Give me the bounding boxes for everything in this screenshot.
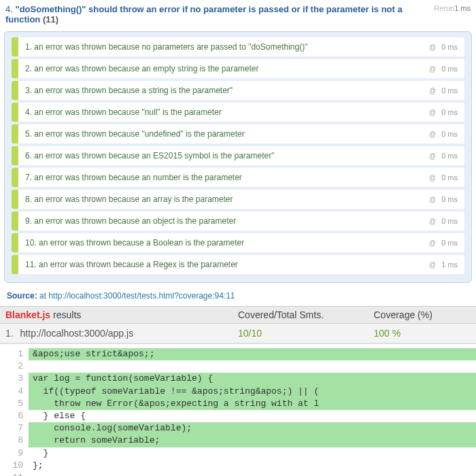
line-number: 5: [7, 398, 29, 410]
test-item-timing: 0 ms: [441, 173, 458, 182]
code-text: if((typeof someVariable !== &apos;string…: [29, 386, 476, 398]
test-item[interactable]: 7. an error was thrown because an number…: [12, 168, 464, 187]
rerun-icon[interactable]: @: [429, 218, 436, 225]
test-item-text: 11. an error was thrown because a Regex …: [25, 260, 425, 269]
blanket-header: Blanket.js results Covered/Total Smts. C…: [0, 306, 476, 324]
test-item-timing: 1 ms: [441, 260, 458, 269]
code-line: 7 console.log(someVariable);: [7, 422, 476, 435]
test-item-timing: 0 ms: [441, 152, 458, 160]
test-item-text: 4. an error was thrown because "null" is…: [25, 107, 425, 117]
code-line: 11: [7, 472, 476, 476]
coverage-pct-header: Coverage (%): [374, 309, 471, 320]
test-item[interactable]: 9. an error was thrown because an object…: [12, 211, 464, 231]
line-number: 9: [7, 447, 29, 460]
code-line: 1&apos;use strict&apos;;: [7, 348, 476, 360]
rerun-icon[interactable]: @: [429, 174, 436, 182]
suite-count: (11): [43, 14, 58, 24]
suite-title[interactable]: "doSomething()" should throw an error if…: [5, 4, 403, 24]
test-item-text: 10. an error was thrown because a Boolea…: [25, 238, 425, 248]
code-line: 8 return someVariable;: [7, 435, 476, 447]
test-item-timing: 0 ms: [441, 195, 458, 203]
rerun-link[interactable]: Rerun: [434, 4, 454, 12]
file-number: 1.: [5, 328, 14, 339]
test-suite-header: 1 ms Rerun 4. "doSomething()" should thr…: [0, 0, 476, 29]
test-item-timing: 0 ms: [441, 217, 458, 225]
test-item-timing: 0 ms: [441, 108, 458, 116]
test-item-text: 7. an error was thrown because an number…: [25, 173, 425, 182]
source-line: Source: at http://localhost:3000/test/te…: [0, 288, 476, 306]
code-text: [29, 472, 476, 476]
test-item[interactable]: 5. an error was thrown because "undefine…: [12, 124, 464, 143]
rerun-icon[interactable]: @: [429, 152, 436, 160]
blanket-title: Blanket.js results: [5, 309, 238, 320]
rerun-icon[interactable]: @: [429, 109, 436, 116]
code-text: };: [29, 460, 476, 472]
rerun-icon[interactable]: @: [429, 131, 436, 138]
test-item[interactable]: 2. an error was thrown because an empty …: [12, 59, 464, 78]
test-item[interactable]: 11. an error was thrown because a Regex …: [12, 255, 464, 274]
code-text: } else {: [29, 410, 476, 422]
line-number: 7: [7, 422, 29, 435]
test-item[interactable]: 6. an error was thrown because an ES2015…: [12, 146, 464, 165]
line-number: 4: [7, 386, 29, 398]
rerun-icon[interactable]: @: [429, 65, 436, 73]
source-label: Source:: [7, 291, 37, 301]
test-item[interactable]: 10. an error was thrown because a Boolea…: [12, 233, 464, 252]
code-line: 10};: [7, 460, 476, 472]
test-item-text: 2. an error was thrown because an empty …: [25, 64, 425, 73]
test-item-text: 8. an error was thrown because an array …: [25, 194, 425, 204]
code-text: throw new Error(&apos;expecting a string…: [29, 398, 476, 410]
test-list: 1. an error was thrown because no parame…: [4, 31, 472, 283]
line-number: 8: [7, 435, 29, 447]
test-item[interactable]: 1. an error was thrown because no parame…: [12, 37, 464, 56]
test-item-text: 3. an error was thrown because a string …: [25, 86, 425, 95]
line-number: 1: [7, 348, 29, 360]
rerun-icon[interactable]: @: [429, 239, 436, 247]
test-item-timing: 0 ms: [441, 65, 458, 73]
source-url: at http://localhost:3000/test/tests.html…: [39, 291, 235, 301]
code-text: console.log(someVariable);: [29, 422, 476, 435]
code-line: 3var log = function(someVariable) {: [7, 373, 476, 385]
line-number: 11: [7, 472, 29, 476]
line-number: 10: [7, 460, 29, 472]
file-smts: 10/10: [238, 328, 374, 339]
rerun-icon[interactable]: @: [429, 196, 436, 203]
blanket-results-label: results: [50, 309, 81, 320]
covered-total-header: Covered/Total Smts.: [238, 309, 374, 320]
code-text: var log = function(someVariable) {: [29, 373, 476, 385]
code-line: 4 if((typeof someVariable !== &apos;stri…: [7, 386, 476, 398]
code-line: 5 throw new Error(&apos;expecting a stri…: [7, 398, 476, 410]
code-text: }: [29, 447, 476, 460]
code-coverage-block: 1&apos;use strict&apos;;23var log = func…: [0, 343, 476, 476]
rerun-icon[interactable]: @: [429, 87, 436, 95]
test-item-timing: 0 ms: [441, 86, 458, 95]
code-line: 6 } else {: [7, 410, 476, 422]
test-item-timing: 0 ms: [441, 239, 458, 247]
blanket-brand: Blanket.js: [5, 309, 50, 320]
test-item-text: 6. an error was thrown because an ES2015…: [25, 151, 425, 160]
code-text: &apos;use strict&apos;;: [29, 348, 476, 360]
file-coverage: 100 %: [374, 328, 471, 339]
line-number: 3: [7, 373, 29, 385]
test-item[interactable]: 4. an error was thrown because "null" is…: [12, 103, 464, 122]
code-text: [29, 360, 476, 373]
line-number: 2: [7, 360, 29, 373]
rerun-icon[interactable]: @: [429, 44, 436, 51]
test-item-text: 5. an error was thrown because "undefine…: [25, 129, 425, 139]
code-line: 9 }: [7, 447, 476, 460]
code-text: return someVariable;: [29, 435, 476, 447]
test-item[interactable]: 3. an error was thrown because a string …: [12, 81, 464, 100]
test-item-text: 1. an error was thrown because no parame…: [25, 42, 425, 52]
test-item-timing: 0 ms: [441, 130, 458, 138]
rerun-icon[interactable]: @: [429, 261, 436, 269]
test-item-timing: 0 ms: [441, 43, 458, 51]
test-item-text: 9. an error was thrown because an object…: [25, 216, 425, 226]
line-number: 6: [7, 410, 29, 422]
suite-number: 4.: [5, 4, 13, 14]
file-path: http://localhost:3000/app.js: [20, 328, 134, 339]
test-item[interactable]: 8. an error was thrown because an array …: [12, 190, 464, 209]
coverage-file-row[interactable]: 1. http://localhost:3000/app.js 10/10 10…: [0, 324, 476, 343]
code-line: 2: [7, 360, 476, 373]
suite-timing: 1 ms: [454, 4, 471, 12]
